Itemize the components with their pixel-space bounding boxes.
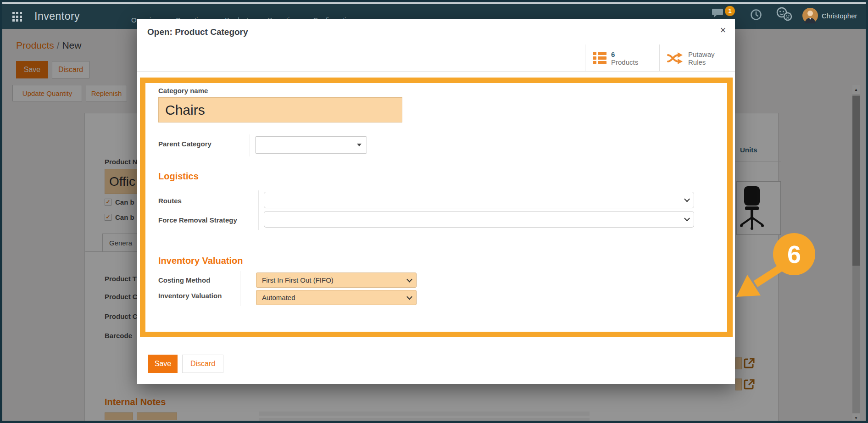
user-name[interactable]: Christopher	[822, 12, 857, 20]
chevron-down-icon	[684, 216, 690, 222]
inventory-valuation-heading: Inventory Valuation	[158, 256, 243, 266]
user-avatar[interactable]	[802, 8, 818, 25]
routes-label: Routes	[158, 197, 182, 205]
category-name-label: Category name	[158, 87, 208, 95]
chevron-down-icon	[684, 196, 690, 202]
activity-clock-icon[interactable]	[750, 9, 762, 22]
inventory-valuation-value: Automated	[262, 294, 295, 301]
app-title[interactable]: Inventory	[34, 10, 80, 22]
costing-method-label: Costing Method	[158, 276, 210, 284]
form-separator-line	[250, 134, 250, 156]
products-stat-button[interactable]: 6 Products	[585, 45, 659, 72]
inventory-valuation-label: Inventory Valuation	[158, 292, 222, 300]
form-separator-line	[240, 271, 240, 306]
shuffle-icon	[667, 52, 684, 65]
chevron-down-icon	[406, 276, 412, 282]
costing-method-value: First In First Out (FIFO)	[262, 276, 334, 284]
inventory-valuation-select[interactable]: Automated	[256, 290, 417, 305]
parent-category-label: Parent Category	[158, 140, 211, 148]
products-count: 6	[611, 50, 638, 58]
costing-method-select[interactable]: First In First Out (FIFO)	[256, 273, 417, 288]
close-icon[interactable]: ×	[716, 23, 730, 37]
dropdown-caret-icon	[357, 144, 362, 146]
dialog-discard-button[interactable]: Discard	[182, 355, 223, 373]
th-list-icon	[593, 52, 606, 64]
putaway-rules-stat-button[interactable]: Putaway Rules	[659, 45, 735, 72]
parent-category-dropdown[interactable]	[255, 136, 367, 154]
routes-dropdown[interactable]	[264, 192, 694, 208]
force-removal-strategy-dropdown[interactable]	[264, 211, 694, 228]
app-window: Inventory Overview Operations Products R…	[0, 0, 868, 423]
form-separator-line	[258, 190, 259, 230]
dialog-title: Open: Product Category	[147, 27, 248, 37]
notification-badge[interactable]: 1	[725, 6, 735, 16]
dialog-save-button[interactable]: Save	[148, 355, 178, 373]
tutorial-highlight-frame: Category name Chairs Parent Category Log…	[140, 78, 733, 337]
feedback-smileys-icon[interactable]	[776, 7, 793, 23]
category-name-input[interactable]: Chairs	[158, 97, 402, 122]
stat-button-row: 6 Products Putaway Rules	[137, 45, 735, 72]
apps-grid-icon[interactable]	[12, 12, 22, 22]
chevron-down-icon	[406, 294, 412, 300]
product-category-dialog: Open: Product Category × 6 Products	[137, 19, 735, 384]
logistics-heading: Logistics	[158, 171, 199, 182]
force-removal-strategy-label: Force Removal Strategy	[158, 216, 237, 224]
